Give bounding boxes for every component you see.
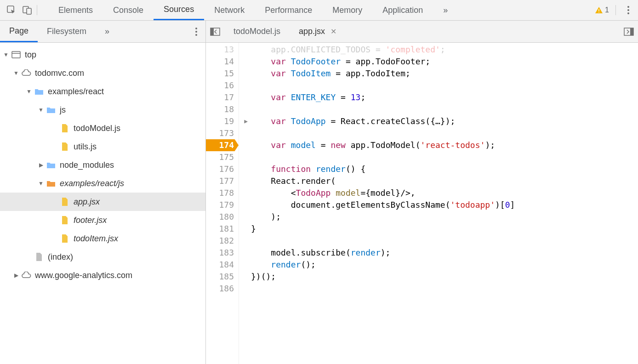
line-number[interactable]: 19▶ <box>206 115 239 127</box>
window-icon <box>11 50 21 60</box>
tree-item-domain[interactable]: ▼ todomvc.com <box>0 64 205 82</box>
main-tabs-bar: Elements Console Sources Network Perform… <box>0 0 638 21</box>
line-number[interactable]: 177 <box>206 175 239 187</box>
folder-icon <box>34 86 44 97</box>
inspect-icon[interactable] <box>4 0 19 21</box>
folder-icon <box>46 160 56 170</box>
warning-count: 1 <box>605 6 609 14</box>
line-number[interactable]: 17 <box>206 91 239 103</box>
breakpoint-line-number[interactable]: 174 <box>206 139 239 151</box>
tree-item-domain[interactable]: ▶ www.google-analytics.com <box>0 266 205 284</box>
line-number[interactable]: 183 <box>206 247 239 259</box>
svg-point-8 <box>195 28 197 29</box>
tree-item-file[interactable]: ▶ (index) <box>0 248 205 266</box>
svg-point-7 <box>627 12 629 14</box>
tree-item-file[interactable]: ▶ footer.jsx <box>0 211 205 229</box>
tree-item-file[interactable]: ▶ todoItem.jsx <box>0 229 205 248</box>
tab-memory[interactable]: Memory <box>322 0 372 20</box>
tree-item-file[interactable]: ▶ utils.js <box>0 137 205 156</box>
toggle-debugger-icon[interactable] <box>620 28 638 36</box>
tab-application[interactable]: Application <box>372 0 433 20</box>
main-tabs: Elements Console Sources Network Perform… <box>48 0 595 20</box>
sources-sidebar: Page Filesystem » ▼ top ▼ todomvc.com ▼ <box>0 21 206 364</box>
tree-item-folder[interactable]: ▼ js <box>0 101 205 119</box>
tree-label: top <box>25 50 36 60</box>
tree-item-file[interactable]: ▶ todoModel.js <box>0 119 205 137</box>
device-toggle-icon[interactable] <box>19 0 35 21</box>
close-tab-icon[interactable]: ✕ <box>330 26 337 37</box>
line-number[interactable]: 14 <box>206 56 239 68</box>
tab-elements[interactable]: Elements <box>48 0 103 20</box>
sidebar-tab-page[interactable]: Page <box>0 21 38 42</box>
svg-point-9 <box>195 31 197 33</box>
tree-item-folder[interactable]: ▶ node_modules <box>0 156 205 174</box>
file-icon <box>60 233 70 244</box>
tree-label: js <box>60 105 66 115</box>
tree-item-file-app[interactable]: ▶ app.jsx <box>0 193 205 211</box>
file-tree: ▼ top ▼ todomvc.com ▼ examples/react ▼ j… <box>0 43 205 364</box>
code-editor[interactable]: 13 14 15 16 17 18 19▶ 173 174 175 176 17… <box>206 43 638 364</box>
cloud-icon <box>21 270 31 280</box>
divider <box>615 5 616 15</box>
file-grey-icon <box>34 252 44 262</box>
svg-rect-3 <box>598 9 599 11</box>
svg-point-6 <box>627 9 629 11</box>
line-number[interactable]: 186 <box>206 283 239 295</box>
code-content[interactable]: app.CONFLICTED_TODOS = 'completed'; var … <box>239 43 638 364</box>
tree-item-top[interactable]: ▼ top <box>0 46 205 64</box>
line-number[interactable]: 178 <box>206 187 239 199</box>
sidebar-tabs-overflow[interactable]: » <box>96 21 119 42</box>
tree-label: app.jsx <box>74 197 100 207</box>
file-icon <box>60 215 70 225</box>
svg-rect-2 <box>27 8 31 14</box>
tab-console[interactable]: Console <box>103 0 154 20</box>
tree-label: examples/react <box>48 87 104 97</box>
file-icon <box>60 142 70 152</box>
file-icon <box>60 197 70 207</box>
line-number[interactable]: 182 <box>206 235 239 247</box>
divider <box>37 5 37 15</box>
tab-performance[interactable]: Performance <box>255 0 322 20</box>
settings-menu-icon[interactable] <box>622 0 634 21</box>
file-tab-todomodel[interactable]: todoModel.js <box>224 21 290 42</box>
tree-label: footer.jsx <box>74 216 107 225</box>
svg-rect-14 <box>211 28 214 35</box>
sidebar-menu-icon[interactable] <box>187 27 205 36</box>
tree-label: utils.js <box>74 142 97 152</box>
svg-rect-11 <box>12 51 20 58</box>
toggle-navigator-icon[interactable] <box>206 28 224 36</box>
editor-panel: todoModel.js app.jsx ✕ 13 14 15 16 17 18… <box>206 21 638 364</box>
line-number[interactable]: 173 <box>206 127 239 139</box>
svg-rect-16 <box>630 28 633 35</box>
line-number[interactable]: 179 <box>206 199 239 211</box>
tree-item-folder[interactable]: ▼ examples/react <box>0 82 205 101</box>
line-number[interactable]: 13 <box>206 44 239 56</box>
line-number[interactable]: 180 <box>206 211 239 223</box>
line-number[interactable]: 18 <box>206 103 239 115</box>
cloud-icon <box>21 68 31 78</box>
file-tabs: todoModel.js app.jsx ✕ <box>206 21 638 43</box>
file-tab-app[interactable]: app.jsx ✕ <box>290 21 347 42</box>
line-number[interactable]: 175 <box>206 151 239 163</box>
tree-label: examples/react/js <box>60 179 124 188</box>
tree-label: www.google-analytics.com <box>35 271 132 280</box>
svg-rect-4 <box>598 12 599 13</box>
line-number[interactable]: 16 <box>206 80 239 91</box>
tab-network[interactable]: Network <box>204 0 255 20</box>
file-icon <box>60 123 70 133</box>
line-number[interactable]: 185 <box>206 271 239 283</box>
tabs-overflow[interactable]: » <box>433 0 458 20</box>
warnings-badge[interactable]: 1 <box>595 6 609 14</box>
line-number[interactable]: 184 <box>206 259 239 271</box>
tab-sources[interactable]: Sources <box>154 0 204 20</box>
file-tab-label: todoModel.js <box>234 27 280 36</box>
tree-label: todoModel.js <box>74 124 120 133</box>
tree-label: todoItem.jsx <box>74 234 118 244</box>
line-number[interactable]: 176 <box>206 163 239 175</box>
line-number[interactable]: 181 <box>206 223 239 235</box>
line-number[interactable]: 15 <box>206 68 239 80</box>
tree-item-folder[interactable]: ▼ examples/react/js <box>0 174 205 193</box>
line-gutter[interactable]: 13 14 15 16 17 18 19▶ 173 174 175 176 17… <box>206 43 239 364</box>
fold-arrow-icon[interactable]: ▶ <box>244 115 248 127</box>
sidebar-tab-filesystem[interactable]: Filesystem <box>38 21 96 42</box>
